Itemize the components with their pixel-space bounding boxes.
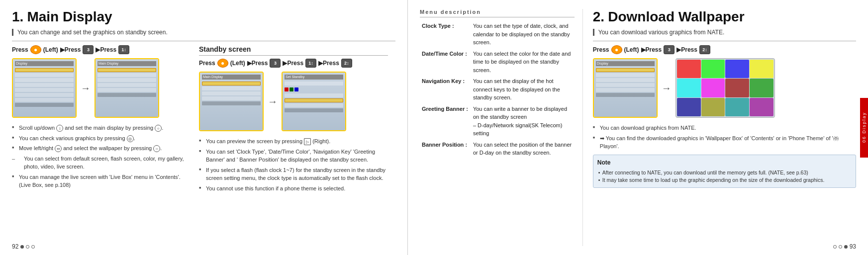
arrow-d: → xyxy=(662,83,672,94)
page-num-right: 93 xyxy=(833,243,856,250)
sb-bullet3: If you select a flash (flash clock 1~7) … xyxy=(199,165,388,183)
section1-number: 1. xyxy=(12,9,23,24)
menu-desc-title: Menu description xyxy=(420,9,575,17)
menu-val-greeting: You can write a banner to be displayed o… xyxy=(471,103,575,139)
key-s-1[interactable]: 1↕ xyxy=(305,59,316,68)
key-1-btn[interactable]: 1↕ xyxy=(118,45,129,54)
key-s-3[interactable]: 3 xyxy=(270,59,281,68)
screen-images-download: Display → xyxy=(593,58,856,118)
wp-1 xyxy=(677,60,701,78)
bullet-move: Move left/right ⇔ and select the wallpap… xyxy=(12,143,191,154)
mock-row-b1 xyxy=(97,73,156,77)
menu-row-clock: Clock Type : You can set the type of dat… xyxy=(420,20,575,48)
section2-header: 2. Download Wallpaper xyxy=(593,9,856,25)
note-item1: After connecting to NATE, you can downlo… xyxy=(597,169,852,177)
mock-d-row1 xyxy=(596,68,655,72)
bullet-scroll: Scroll up/down ↕ and set the main displa… xyxy=(12,123,191,133)
menu-key-datetime: Date/Time Color : xyxy=(420,48,471,76)
mock-d-row5 xyxy=(596,88,655,92)
bullet-live: You can manage the live screen with 'Liv… xyxy=(12,172,191,190)
wp-6 xyxy=(701,79,725,97)
key-d-2[interactable]: 2↕ xyxy=(699,45,710,54)
dot-r3 xyxy=(844,245,848,249)
mock-header: Display xyxy=(15,61,74,66)
mock-row-h2 xyxy=(97,68,156,72)
dot1 xyxy=(20,245,24,249)
dot-r2 xyxy=(839,245,842,249)
mock-d-row2 xyxy=(596,73,655,77)
page-number-right-text: 93 xyxy=(850,243,856,250)
key-d-3[interactable]: 3 xyxy=(664,45,675,54)
standby-col: Standby screen Press ● (Left) ▶Press 3 ▶… xyxy=(199,45,388,193)
mock-d-row3 xyxy=(596,78,655,82)
note-title: Note xyxy=(597,158,852,167)
menu-desc-col: Menu description Clock Type : You can se… xyxy=(420,9,583,246)
mock-sh2-row1 xyxy=(285,82,343,85)
mock-row6 xyxy=(15,98,74,102)
section2-subtitle: You can download various graphics from N… xyxy=(593,29,856,36)
wp-12 xyxy=(750,98,773,116)
mock-row3 xyxy=(15,83,74,87)
screen-images-1: Display → Main Display xyxy=(12,58,191,118)
mock-row4 xyxy=(15,88,74,92)
standby-bullets: You can preview the screen by pressing ▷… xyxy=(199,136,388,193)
menu-key-navkey: Navigation Key : xyxy=(420,76,471,103)
mock-sh2-row4 xyxy=(285,103,343,107)
db-bullet1: You can download graphics from NATE. xyxy=(593,123,856,133)
mock-sh2-row2 xyxy=(285,93,343,97)
mock-d1: Display xyxy=(596,61,655,66)
mock-row-highlight xyxy=(15,68,74,72)
menu-row-datetime: Date/Time Color : You can select the col… xyxy=(420,48,575,76)
mock-header2: Main Display xyxy=(97,61,156,66)
mock-d-row6 xyxy=(596,93,655,97)
section2-number: 2. xyxy=(593,9,604,24)
mock-sh1: Main Display xyxy=(202,75,261,80)
screen-1b: Main Display xyxy=(95,58,159,118)
mock-row-b4 xyxy=(97,88,156,92)
dot-r1 xyxy=(833,245,837,249)
main-display-bullets: Scroll up/down ↕ and set the main displa… xyxy=(12,123,191,190)
page-right: Menu description Clock Type : You can se… xyxy=(408,0,868,255)
mock-sh2-row5 xyxy=(285,108,343,112)
dot3 xyxy=(31,245,35,249)
menu-val-banner: You can select the position of the banne… xyxy=(471,139,575,159)
press-d-3: ▶Press xyxy=(676,46,697,53)
swatch-green xyxy=(289,87,293,91)
key-3-btn[interactable]: 3 xyxy=(83,45,94,54)
db-bullet2: ➡ You can find the downloaded graphics i… xyxy=(593,133,856,152)
sidebar-tab: 06 Display xyxy=(860,98,868,158)
press-line-download: Press ● (Left) ▶Press 3 ▶Press 2↕ xyxy=(593,45,856,54)
lr-icon: ⇔ xyxy=(55,145,62,152)
key-s-left[interactable]: ● xyxy=(217,59,228,68)
menu-key-clock: Clock Type : xyxy=(420,20,471,48)
key-left-btn[interactable]: ● xyxy=(30,45,41,54)
mock-row-b2 xyxy=(97,78,156,82)
press-s-2: ▶Press xyxy=(247,60,268,67)
press3-label: ▶Press xyxy=(96,46,116,53)
menu-row-greeting: Greeting Banner : You can write a banner… xyxy=(420,103,575,139)
dots-left: 92 xyxy=(12,243,35,250)
mock-d-row4 xyxy=(596,83,655,87)
screen-d1: Display xyxy=(593,58,658,118)
key-s-2[interactable]: 2↕ xyxy=(341,59,352,68)
sidebar-label: 06 Display xyxy=(862,112,867,143)
press-d-2: ▶Press xyxy=(641,46,662,53)
screen-d2 xyxy=(675,58,775,118)
wp-8 xyxy=(750,79,773,97)
mock-row-dark xyxy=(15,103,74,107)
mock-sh2: Set Standby xyxy=(285,75,343,80)
note-item2: It may take some time to load up the gra… xyxy=(597,176,852,184)
mock-sh-row1 xyxy=(202,82,261,85)
press-label-1: Press xyxy=(12,46,28,53)
menu-key-greeting: Greeting Banner : xyxy=(420,103,471,139)
mock-sh-row4 xyxy=(202,96,261,100)
key-d-left[interactable]: ● xyxy=(611,45,622,54)
page-num-left: 92 xyxy=(12,243,35,250)
screen-s2: Set Standby xyxy=(282,72,346,131)
scroll-icon: ↕ xyxy=(56,125,63,132)
color-swatches xyxy=(285,87,343,91)
bullet-select: You can select from default screen, flas… xyxy=(12,154,191,172)
page-number-left-text: 92 xyxy=(12,243,18,250)
section2-title: Download Wallpaper xyxy=(608,9,744,24)
page-left: 1. Main Display You can change and set t… xyxy=(0,0,408,255)
